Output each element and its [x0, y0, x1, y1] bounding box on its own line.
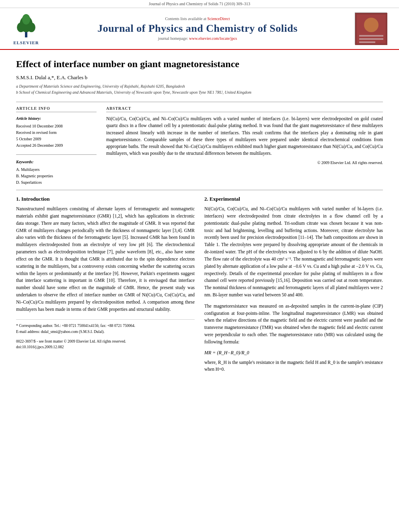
experimental-text: Ni(Cu)/Cu, Co(Cu)/Cu, and Ni–Co(Cu)/Cu m…	[204, 205, 383, 299]
svg-point-3	[27, 23, 35, 32]
svg-rect-8	[359, 35, 383, 37]
journal-cover-image	[355, 12, 387, 45]
main-content: 1. Introduction Nanostructured multilaye…	[16, 194, 383, 377]
experimental-para2: The magnetoresistance was measured on as…	[204, 303, 383, 346]
keywords: Keywords: A. Multilayers B. Magnetic pro…	[16, 159, 97, 186]
email-address: E-mail address: dulal_smsi@yahoo.com (S.…	[16, 329, 195, 335]
article-info-label: Article Info	[16, 106, 97, 112]
elsevier-tree-icon	[12, 12, 40, 40]
abstract-label: Abstract	[106, 106, 383, 112]
paper-body: Effect of interface number on giant magn…	[0, 50, 399, 385]
svg-rect-10	[359, 41, 375, 43]
info-abstract-section: Article Info Article history: Received 1…	[16, 106, 383, 186]
footnote-section: * Corresponding author. Tel.: +88 0721 7…	[16, 319, 195, 335]
abstract-text: Ni(Cu)/Cu, Co(Cu)/Cu, and Ni–Co(Cu)/Cu m…	[106, 115, 383, 166]
journal-homepage: journal homepage: www.elsevier.com/locat…	[40, 36, 355, 41]
experimental-col: 2. Experimental Ni(Cu)/Cu, Co(Cu)/Cu, an…	[204, 194, 383, 377]
elsevier-text: ELSEVIER	[13, 40, 39, 45]
section-divider	[16, 190, 383, 190]
copyright: © 2009 Elsevier Ltd. All rights reserved…	[106, 160, 383, 166]
svg-point-7	[364, 18, 378, 32]
svg-rect-9	[359, 38, 383, 40]
article-title: Effect of interface number on giant magn…	[16, 58, 383, 70]
elsevier-logo: ELSEVIER	[12, 12, 40, 45]
journal-center-info: Contents lists available at ScienceDirec…	[40, 16, 355, 41]
intro-text: Nanostructured multilayers consisting of…	[16, 205, 195, 313]
svg-point-2	[17, 23, 25, 32]
divider	[16, 102, 383, 102]
article-history: Article history: Received 10 December 20…	[16, 115, 97, 149]
affil-a: a Department of Materials Science and En…	[16, 83, 383, 89]
contents-line: Contents lists available at ScienceDirec…	[40, 16, 355, 21]
svg-point-4	[22, 14, 30, 25]
journal-title: Journal of Physics and Chemistry of Soli…	[40, 23, 355, 35]
introduction-col: 1. Introduction Nanostructured multilaye…	[16, 194, 195, 377]
journal-citation: Journal of Physics and Chemistry of Soli…	[0, 0, 399, 8]
intro-heading: 1. Introduction	[16, 196, 195, 202]
article-info-col: Article Info Article history: Received 1…	[16, 106, 97, 186]
sciencedirect-link[interactable]: ScienceDirect	[207, 16, 230, 21]
authors: S.M.S.I. Dulal a,*, E.A. Charles b	[16, 74, 383, 81]
journal-header: ELSEVIER Contents lists available at Sci…	[0, 8, 399, 50]
corresponding-author: * Corresponding author. Tel.: +88 0721 7…	[16, 323, 195, 329]
affil-b: b School of Chemical Engineering and Adv…	[16, 89, 383, 95]
experimental-para3: where, R_H is the sample's resistance in…	[204, 359, 383, 374]
doi-text: doi:10.1016/j.jpcs.2009.12.082	[16, 344, 195, 350]
abstract-col: Abstract Ni(Cu)/Cu, Co(Cu)/Cu, and Ni–Co…	[106, 106, 383, 186]
bottom-info: 0022-3697/$ - see front matter © 2009 El…	[16, 339, 195, 350]
experimental-heading: 2. Experimental	[204, 196, 383, 202]
cover-svg	[355, 13, 387, 45]
affiliations: a Department of Materials Science and En…	[16, 83, 383, 95]
formula: MR = (R_H−R_0)/R_0	[204, 350, 383, 356]
open-access-text: 0022-3697/$ - see front matter © 2009 El…	[16, 339, 195, 344]
homepage-link[interactable]: www.elsevier.com/locate/jpcs	[189, 36, 237, 41]
info-divider	[16, 154, 97, 155]
